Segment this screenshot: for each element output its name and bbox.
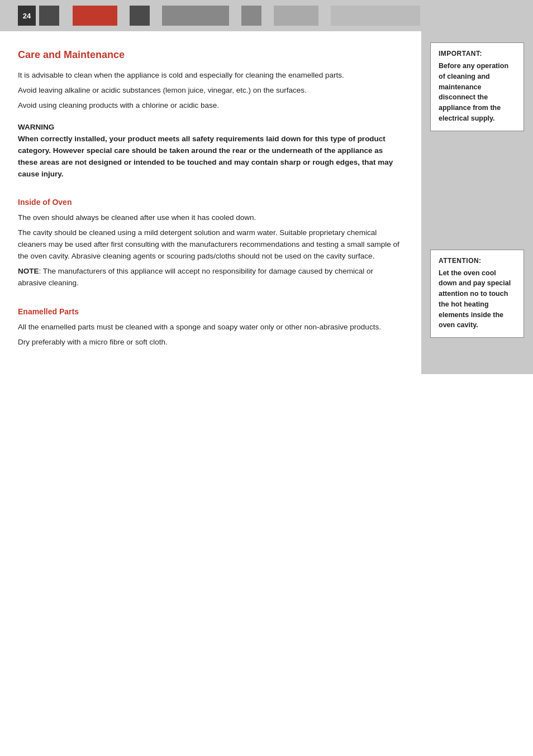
inside-oven-title: Inside of Oven xyxy=(18,198,403,207)
header-block-end xyxy=(423,6,515,26)
intro-para-1: It is advisable to clean when the applia… xyxy=(18,70,403,82)
warning-section: WARNING When correctly installed, your p… xyxy=(18,123,403,180)
enamelled-parts-section: Enamelled Parts All the enamelled parts … xyxy=(18,307,403,348)
warning-label: WARNING xyxy=(18,123,403,131)
enamelled-para-1: All the enamelled parts must be cleaned … xyxy=(18,322,403,333)
header-block-3 xyxy=(162,6,229,26)
important-box: IMPORTANT: Before any operation of clean… xyxy=(430,42,524,131)
warning-text: When correctly installed, your product m… xyxy=(18,133,403,180)
important-label: IMPORTANT: xyxy=(439,50,516,58)
header-spacer-1 xyxy=(63,6,69,26)
header-block-red xyxy=(73,6,117,26)
header-spacer-4 xyxy=(232,6,238,26)
important-text: Before any operation of cleaning and mai… xyxy=(439,61,516,124)
header-block-4 xyxy=(241,6,261,26)
inside-oven-section: Inside of Oven The oven should always be… xyxy=(18,198,403,289)
note-label: NOTE xyxy=(18,267,39,275)
sidebar: IMPORTANT: Before any operation of clean… xyxy=(421,31,533,374)
header-block-5 xyxy=(274,6,318,26)
header-bar: 24 xyxy=(0,0,533,31)
inside-oven-note: NOTE: The manufacturers of this applianc… xyxy=(18,266,403,289)
inside-oven-para-2: The cavity should be cleaned using a mil… xyxy=(18,227,403,262)
page-number: 24 xyxy=(18,6,36,26)
page-content: Care and Maintenance It is advisable to … xyxy=(0,31,533,374)
section-title: Care and Maintenance xyxy=(18,49,403,61)
enamelled-parts-title: Enamelled Parts xyxy=(18,307,403,316)
header-spacer-5 xyxy=(265,6,270,26)
intro-para-2: Avoid leaving alkaline or acidic substan… xyxy=(18,85,403,97)
header-spacer-3 xyxy=(153,6,159,26)
intro-para-3: Avoid using cleaning products with a chl… xyxy=(18,100,403,112)
attention-text: Let the oven cool down and pay special a… xyxy=(439,268,516,331)
enamelled-para-2: Dry preferably with a micro fibre or sof… xyxy=(18,337,403,348)
header-block-2 xyxy=(130,6,150,26)
attention-box: ATTENTION: Let the oven cool down and pa… xyxy=(430,250,524,338)
header-block-6 xyxy=(331,6,420,26)
attention-label: ATTENTION: xyxy=(439,257,516,265)
main-content: Care and Maintenance It is advisable to … xyxy=(0,31,421,374)
header-block-1 xyxy=(39,6,59,26)
header-spacer-6 xyxy=(322,6,327,26)
note-text: : The manufacturers of this appliance wi… xyxy=(18,267,373,287)
header-spacer-2 xyxy=(121,6,126,26)
inside-oven-para-1: The oven should always be cleaned after … xyxy=(18,212,403,224)
intro-section: It is advisable to clean when the applia… xyxy=(18,70,403,112)
